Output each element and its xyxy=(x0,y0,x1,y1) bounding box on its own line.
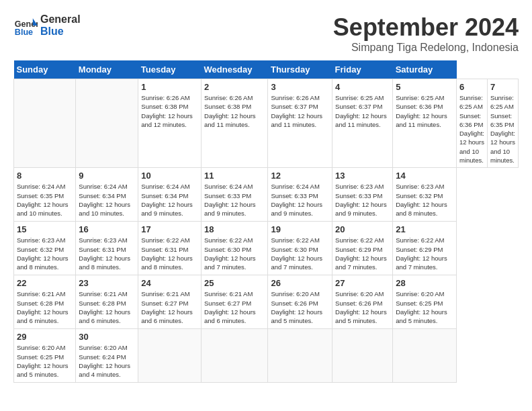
day-info: Sunrise: 6:24 AM Sunset: 6:34 PM Dayligh… xyxy=(79,182,135,218)
day-number: 4 xyxy=(335,82,390,92)
day-info: Sunrise: 6:24 AM Sunset: 6:34 PM Dayligh… xyxy=(141,182,198,218)
calendar-day-cell xyxy=(332,329,393,383)
calendar-week-row: 1 Sunrise: 6:26 AM Sunset: 6:38 PM Dayli… xyxy=(14,79,519,168)
day-number: 22 xyxy=(17,278,73,288)
page-header: General Blue GeneralBlue September 2024 … xyxy=(13,13,519,54)
day-info: Sunrise: 6:22 AM Sunset: 6:29 PM Dayligh… xyxy=(396,236,453,271)
calendar-day-cell: 25 Sunrise: 6:21 AM Sunset: 6:27 PM Dayl… xyxy=(202,275,268,329)
calendar-day-header: Saturday xyxy=(393,60,457,79)
day-number: 6 xyxy=(459,82,484,92)
calendar-day-cell: 8 Sunrise: 6:24 AM Sunset: 6:35 PM Dayli… xyxy=(14,168,76,222)
calendar-day-cell xyxy=(138,329,202,383)
day-info: Sunrise: 6:21 AM Sunset: 6:28 PM Dayligh… xyxy=(17,289,73,325)
day-info: Sunrise: 6:25 AM Sunset: 6:36 PM Dayligh… xyxy=(396,93,453,129)
calendar-day-cell: 20 Sunrise: 6:22 AM Sunset: 6:29 PM Dayl… xyxy=(332,222,393,275)
calendar-day-cell: 23 Sunrise: 6:21 AM Sunset: 6:28 PM Dayl… xyxy=(76,275,138,329)
day-info: Sunrise: 6:25 AM Sunset: 6:35 PM Dayligh… xyxy=(490,93,515,165)
day-number: 5 xyxy=(396,82,453,92)
day-number: 18 xyxy=(204,224,265,234)
day-info: Sunrise: 6:23 AM Sunset: 6:32 PM Dayligh… xyxy=(396,182,453,218)
day-number: 25 xyxy=(204,278,265,288)
logo: General Blue GeneralBlue xyxy=(13,13,81,38)
calendar-day-cell: 21 Sunrise: 6:22 AM Sunset: 6:29 PM Dayl… xyxy=(393,222,457,275)
day-number: 7 xyxy=(490,82,515,92)
svg-text:Blue: Blue xyxy=(15,28,33,37)
day-info: Sunrise: 6:22 AM Sunset: 6:30 PM Dayligh… xyxy=(204,236,265,271)
calendar-day-cell: 6 Sunrise: 6:25 AM Sunset: 6:36 PM Dayli… xyxy=(457,79,488,168)
calendar-day-cell: 7 Sunrise: 6:25 AM Sunset: 6:35 PM Dayli… xyxy=(487,79,518,168)
day-info: Sunrise: 6:26 AM Sunset: 6:38 PM Dayligh… xyxy=(204,93,265,129)
day-info: Sunrise: 6:25 AM Sunset: 6:37 PM Dayligh… xyxy=(335,93,390,129)
day-info: Sunrise: 6:20 AM Sunset: 6:26 PM Dayligh… xyxy=(271,289,329,325)
day-number: 8 xyxy=(17,171,73,181)
day-number: 3 xyxy=(271,82,329,92)
calendar-day-cell: 17 Sunrise: 6:22 AM Sunset: 6:31 PM Dayl… xyxy=(138,222,202,275)
day-info: Sunrise: 6:23 AM Sunset: 6:32 PM Dayligh… xyxy=(17,236,73,271)
day-number: 11 xyxy=(204,171,265,181)
calendar-week-row: 29 Sunrise: 6:20 AM Sunset: 6:25 PM Dayl… xyxy=(14,329,519,383)
day-number: 2 xyxy=(204,82,265,92)
calendar-day-cell xyxy=(14,79,76,168)
day-info: Sunrise: 6:26 AM Sunset: 6:38 PM Dayligh… xyxy=(141,93,198,129)
day-info: Sunrise: 6:22 AM Sunset: 6:31 PM Dayligh… xyxy=(141,236,198,271)
day-info: Sunrise: 6:21 AM Sunset: 6:27 PM Dayligh… xyxy=(204,289,265,325)
day-number: 26 xyxy=(271,278,329,288)
day-number: 10 xyxy=(141,171,198,181)
day-info: Sunrise: 6:22 AM Sunset: 6:29 PM Dayligh… xyxy=(335,236,390,271)
month-title: September 2024 xyxy=(333,13,519,42)
day-number: 19 xyxy=(271,224,329,234)
calendar-day-header: Thursday xyxy=(268,60,332,79)
calendar-day-cell: 2 Sunrise: 6:26 AM Sunset: 6:38 PM Dayli… xyxy=(202,79,268,168)
day-number: 13 xyxy=(335,171,390,181)
calendar-day-cell: 22 Sunrise: 6:21 AM Sunset: 6:28 PM Dayl… xyxy=(14,275,76,329)
day-info: Sunrise: 6:22 AM Sunset: 6:30 PM Dayligh… xyxy=(271,236,329,271)
calendar-week-row: 22 Sunrise: 6:21 AM Sunset: 6:28 PM Dayl… xyxy=(14,275,519,329)
calendar-day-cell xyxy=(202,329,268,383)
calendar-day-header: Wednesday xyxy=(202,60,268,79)
day-info: Sunrise: 6:21 AM Sunset: 6:28 PM Dayligh… xyxy=(79,289,135,325)
day-info: Sunrise: 6:24 AM Sunset: 6:35 PM Dayligh… xyxy=(17,182,73,218)
day-number: 17 xyxy=(141,224,198,234)
day-number: 27 xyxy=(335,278,390,288)
calendar-day-cell: 26 Sunrise: 6:20 AM Sunset: 6:26 PM Dayl… xyxy=(268,275,332,329)
day-info: Sunrise: 6:20 AM Sunset: 6:26 PM Dayligh… xyxy=(335,289,390,325)
calendar-day-cell: 9 Sunrise: 6:24 AM Sunset: 6:34 PM Dayli… xyxy=(76,168,138,222)
calendar-header-row: SundayMondayTuesdayWednesdayThursdayFrid… xyxy=(14,60,519,79)
day-number: 29 xyxy=(17,332,73,342)
day-info: Sunrise: 6:20 AM Sunset: 6:25 PM Dayligh… xyxy=(396,289,453,325)
calendar-day-cell: 30 Sunrise: 6:20 AM Sunset: 6:24 PM Dayl… xyxy=(76,329,138,383)
day-number: 30 xyxy=(79,332,135,342)
calendar-day-cell: 24 Sunrise: 6:21 AM Sunset: 6:27 PM Dayl… xyxy=(138,275,202,329)
calendar-week-row: 15 Sunrise: 6:23 AM Sunset: 6:32 PM Dayl… xyxy=(14,222,519,275)
day-info: Sunrise: 6:24 AM Sunset: 6:33 PM Dayligh… xyxy=(271,182,329,218)
calendar-day-cell: 29 Sunrise: 6:20 AM Sunset: 6:25 PM Dayl… xyxy=(14,329,76,383)
calendar-day-cell: 3 Sunrise: 6:26 AM Sunset: 6:37 PM Dayli… xyxy=(268,79,332,168)
calendar-day-header: Tuesday xyxy=(138,60,202,79)
day-number: 14 xyxy=(396,171,453,181)
calendar-body: 1 Sunrise: 6:26 AM Sunset: 6:38 PM Dayli… xyxy=(14,79,519,383)
calendar-day-header: Friday xyxy=(332,60,393,79)
day-number: 1 xyxy=(141,82,198,92)
day-info: Sunrise: 6:23 AM Sunset: 6:31 PM Dayligh… xyxy=(79,236,135,271)
calendar-day-cell: 14 Sunrise: 6:23 AM Sunset: 6:32 PM Dayl… xyxy=(393,168,457,222)
day-number: 24 xyxy=(141,278,198,288)
calendar-day-header: Sunday xyxy=(14,60,76,79)
logo-icon: General Blue xyxy=(13,13,38,38)
location-title: Simpang Tiga Redelong, Indonesia xyxy=(333,42,519,54)
calendar-day-cell: 13 Sunrise: 6:23 AM Sunset: 6:33 PM Dayl… xyxy=(332,168,393,222)
calendar-day-cell: 27 Sunrise: 6:20 AM Sunset: 6:26 PM Dayl… xyxy=(332,275,393,329)
calendar-day-cell: 28 Sunrise: 6:20 AM Sunset: 6:25 PM Dayl… xyxy=(393,275,457,329)
day-info: Sunrise: 6:25 AM Sunset: 6:36 PM Dayligh… xyxy=(459,93,484,165)
day-number: 16 xyxy=(79,224,135,234)
day-number: 15 xyxy=(17,224,73,234)
calendar-day-cell xyxy=(393,329,457,383)
calendar-day-header: Monday xyxy=(76,60,138,79)
calendar-table: SundayMondayTuesdayWednesdayThursdayFrid… xyxy=(13,60,519,383)
calendar-day-cell: 4 Sunrise: 6:25 AM Sunset: 6:37 PM Dayli… xyxy=(332,79,393,168)
day-number: 23 xyxy=(79,278,135,288)
calendar-day-cell: 10 Sunrise: 6:24 AM Sunset: 6:34 PM Dayl… xyxy=(138,168,202,222)
day-number: 21 xyxy=(396,224,453,234)
calendar-day-cell: 15 Sunrise: 6:23 AM Sunset: 6:32 PM Dayl… xyxy=(14,222,76,275)
calendar-day-cell xyxy=(268,329,332,383)
day-info: Sunrise: 6:23 AM Sunset: 6:33 PM Dayligh… xyxy=(335,182,390,218)
